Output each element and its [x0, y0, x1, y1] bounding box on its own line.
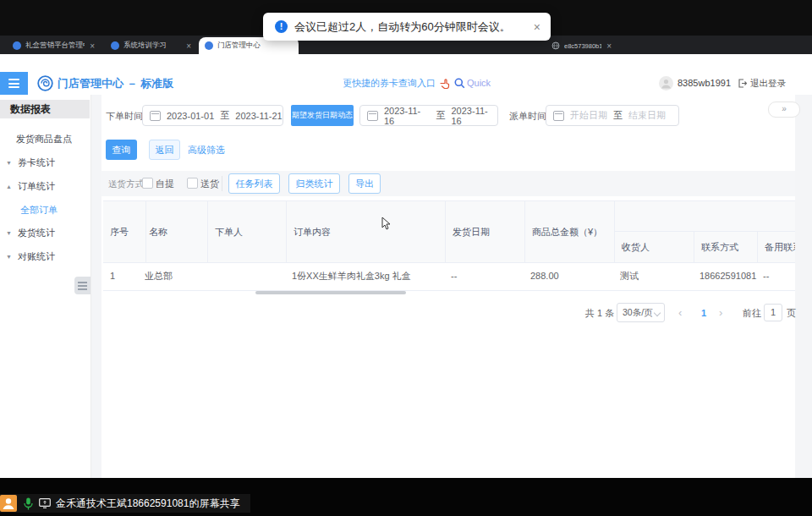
tab-close-icon[interactable]: × — [606, 41, 612, 51]
expected-ship-date-button[interactable]: 期望发货日期动态 — [291, 105, 354, 126]
range-end-placeholder: 结束日期 — [628, 109, 666, 122]
cell-phone: 18662591081 — [700, 262, 757, 290]
quick-label[interactable]: Quick — [467, 72, 491, 95]
page-size-select[interactable]: 30条/页 — [617, 303, 665, 322]
toast-close-icon[interactable]: × — [534, 20, 540, 34]
sidebar-section-data-reports: 数据报表 — [0, 100, 90, 118]
delivery-checkbox[interactable] — [187, 178, 198, 189]
col-header-receiver-group — [615, 201, 795, 231]
dispatch-time-range-input[interactable]: 开始日期 至 结束日期 — [546, 105, 679, 126]
tab-close-icon[interactable]: × — [186, 41, 191, 51]
range-start: 2023-01-01 — [167, 111, 214, 121]
col-header-phone: 联系方式 — [694, 231, 758, 262]
export-button[interactable]: 导出 — [348, 173, 381, 194]
logout-icon[interactable] — [738, 79, 747, 88]
dispatch-time-label: 派单时间 — [509, 105, 546, 127]
sidebar-item-shipping-stats[interactable]: ▼ 发货统计 — [6, 226, 55, 239]
range-end: 2023-11-16 — [452, 106, 498, 126]
chevron-down-icon — [654, 310, 661, 316]
collapse-filters-button[interactable]: » — [768, 102, 800, 118]
toast-message: 会议已超过2人，自动转为60分钟限时会议。 — [294, 19, 511, 35]
col-header-backup-phone: 备用联系方式 — [758, 231, 795, 262]
expected-ship-range-input[interactable]: 2023-11-16 至 2023-11-16 — [359, 105, 498, 126]
sidebar-float-handle[interactable] — [74, 277, 91, 294]
pagination-total: 共 1 条 — [585, 303, 614, 323]
logout-button[interactable]: 退出登录 — [750, 72, 786, 95]
chevron-down-icon: ▼ — [6, 230, 12, 236]
tab-label: e8c573980b1328a258fd2e6 — [564, 42, 601, 50]
cell-index: 1 — [110, 262, 144, 290]
chevron-down-icon: ▼ — [6, 160, 12, 166]
cell-receiver: 测试 — [620, 262, 692, 290]
microphone-icon — [24, 497, 33, 510]
goto-label: 前往 — [743, 303, 761, 323]
tab-favicon — [13, 41, 21, 50]
delivery-mode-label: 送货方式 — [108, 171, 144, 196]
sidebar-item-reconciliation-stats[interactable]: ▼ 对账统计 — [6, 250, 55, 263]
col-header-store-name: 名称 — [146, 201, 208, 262]
screen-share-bar: 金禾通技术王斌18662591081的屏幕共享 — [0, 494, 250, 513]
delivery-label[interactable]: 送货 — [200, 171, 219, 196]
range-start-placeholder: 开始日期 — [570, 109, 607, 122]
search-button[interactable]: 查询 — [106, 140, 137, 160]
goto-page-input[interactable]: 1 — [764, 304, 782, 321]
app-title: 门店管理中心 － 标准版 — [58, 72, 173, 95]
advanced-filter-link[interactable]: 高级筛选 — [188, 140, 225, 160]
calendar-icon — [150, 111, 161, 121]
tab-hash[interactable]: e8c573980b1328a258fd2e6 × — [546, 37, 617, 54]
sidebar-item-shipment-inventory[interactable]: 发货商品盘点 — [16, 132, 72, 145]
tab-close-icon[interactable]: × — [90, 41, 95, 51]
task-list-button[interactable]: 任务列表 — [228, 173, 280, 194]
col-header-index: 序号 — [103, 201, 146, 262]
share-user-avatar-icon — [0, 495, 17, 512]
browser-address-bar: ← → ↻ md.maboy.cn/OrderStatisticsDetail?… — [0, 54, 812, 73]
pointing-hand-icon — [439, 78, 450, 89]
range-separator: 至 — [613, 109, 623, 122]
cell-backup-phone: -- — [763, 262, 793, 290]
col-header-ship-date: 发货日期 — [446, 201, 525, 262]
quick-card-query-link[interactable]: 更快捷的券卡查询入口 — [343, 72, 436, 95]
tab-favicon — [205, 41, 213, 50]
sidebar-toggle-button[interactable] — [0, 72, 28, 95]
tab-training[interactable]: 系统培训学习 × — [105, 37, 196, 54]
pickup-label[interactable]: 自提 — [156, 171, 174, 196]
globe-icon — [551, 41, 560, 50]
pickup-checkbox[interactable] — [142, 178, 153, 189]
cell-content: 1份XX生鲜羊肉礼盒3kg 礼盒 — [292, 262, 444, 290]
info-icon: ! — [275, 20, 288, 33]
order-time-label: 下单时间 — [106, 105, 143, 127]
col-header-amount: 商品总金额（¥） — [525, 201, 615, 262]
screen-share-text: 金禾通技术王斌18662591081的屏幕共享 — [56, 497, 239, 511]
horizontal-scrollbar[interactable] — [255, 291, 406, 294]
category-stats-button[interactable]: 归类统计 — [288, 173, 340, 194]
col-header-receiver: 收货人 — [615, 231, 694, 262]
order-time-range-input[interactable]: 2023-01-01 至 2023-11-21 — [142, 105, 283, 126]
tab-gift-platform[interactable]: 礼盒营销平台管理中心 × — [7, 37, 100, 54]
tab-label: 系统培训学习 — [123, 41, 181, 51]
cell-ship-date: -- — [451, 262, 523, 290]
range-end: 2023-11-21 — [235, 111, 282, 121]
screen-share-icon — [39, 498, 51, 508]
chevron-down-icon: ▼ — [6, 254, 12, 260]
sidebar-item-coupon-stats[interactable]: ▼ 券卡统计 — [6, 156, 55, 169]
toolbar-divider — [222, 176, 222, 191]
app-logo — [37, 75, 53, 91]
cell-store: 业总部 — [145, 262, 206, 290]
page-number[interactable]: 1 — [697, 303, 710, 323]
sidebar-item-all-orders[interactable]: 全部订单 — [20, 203, 58, 217]
tab-label: 礼盒营销平台管理中心 — [25, 41, 85, 51]
range-separator: 至 — [220, 109, 229, 122]
prev-page-button[interactable]: ‹ — [678, 303, 682, 323]
next-page-button[interactable]: › — [719, 303, 722, 323]
user-avatar — [659, 76, 673, 91]
chevron-up-icon: ▲ — [6, 184, 12, 189]
col-header-order-content: 订单内容 — [287, 201, 446, 262]
cell-amount: 288.00 — [530, 262, 611, 290]
back-button[interactable]: 返回 — [149, 140, 180, 160]
tab-favicon — [111, 41, 119, 50]
range-start: 2023-11-16 — [384, 106, 431, 126]
calendar-icon — [367, 111, 378, 121]
page-unit-label: 页 — [787, 303, 796, 323]
quick-search-icon[interactable] — [454, 78, 465, 89]
sidebar-item-order-stats[interactable]: ▲ 订单统计 — [6, 179, 55, 193]
